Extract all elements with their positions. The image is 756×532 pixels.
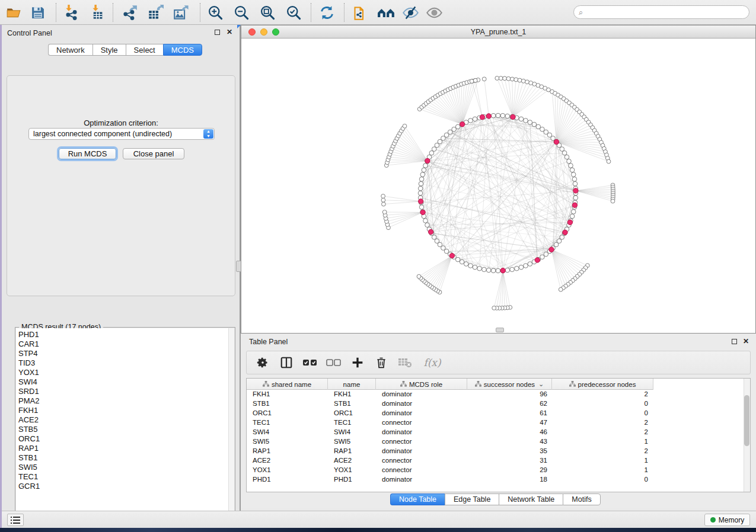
network-node[interactable] [419, 181, 423, 186]
network-node[interactable] [514, 78, 518, 82]
tab-network-table[interactable]: Network Table [499, 493, 563, 505]
float-panel-icon[interactable] [215, 30, 220, 35]
network-node[interactable] [540, 255, 545, 259]
mcds-network-node[interactable] [573, 188, 578, 193]
network-node[interactable] [515, 266, 519, 271]
network-node[interactable] [423, 164, 428, 168]
network-node[interactable] [422, 168, 426, 172]
deselect-all-checkboxes-icon[interactable] [326, 355, 342, 370]
table-row[interactable]: ACE2ACE2connector311 [247, 456, 750, 466]
network-canvas[interactable] [241, 39, 755, 333]
network-node[interactable] [500, 113, 505, 118]
network-node[interactable] [473, 117, 477, 121]
tab-style[interactable]: Style [92, 44, 126, 56]
network-node[interactable] [524, 264, 528, 268]
network-node[interactable] [492, 306, 496, 310]
table-row[interactable]: PHD1PHD1dominator180 [247, 475, 750, 485]
mcds-network-node[interactable] [554, 139, 559, 144]
hide-selected-eye-icon[interactable] [401, 4, 419, 21]
network-node[interactable] [419, 205, 424, 210]
mcds-network-node[interactable] [420, 210, 425, 214]
column-header-successor-nodes[interactable]: successor nodes⌄ [467, 379, 552, 390]
show-all-eye-icon[interactable] [425, 4, 443, 21]
mcds-network-node[interactable] [535, 258, 540, 262]
mcds-network-node[interactable] [428, 229, 433, 234]
import-table-icon[interactable] [88, 4, 106, 21]
network-node[interactable] [435, 239, 439, 243]
mcds-result-item[interactable]: PHD1 [18, 330, 228, 339]
mcds-result-item[interactable]: SWI5 [18, 463, 228, 472]
save-session-icon[interactable] [28, 4, 46, 21]
mcds-network-node[interactable] [460, 122, 465, 127]
network-node[interactable] [570, 214, 575, 219]
tab-edge-table[interactable]: Edge Table [445, 493, 499, 505]
table-row[interactable]: TEC1TEC1connector472 [247, 418, 750, 428]
network-node[interactable] [528, 262, 532, 267]
tab-node-table[interactable]: Node Table [390, 493, 445, 505]
network-node[interactable] [432, 147, 436, 152]
network-node[interactable] [455, 124, 460, 129]
zoom-fit-icon[interactable] [259, 4, 276, 21]
network-node[interactable] [496, 268, 500, 273]
network-node[interactable] [528, 120, 532, 125]
network-node[interactable] [423, 219, 428, 223]
network-node[interactable] [455, 257, 460, 262]
tab-motifs[interactable]: Motifs [563, 493, 600, 505]
zoom-selected-icon[interactable] [285, 4, 302, 21]
network-node[interactable] [560, 147, 564, 152]
network-node[interactable] [482, 267, 487, 272]
export-table-icon[interactable] [146, 4, 164, 21]
network-node[interactable] [572, 177, 577, 182]
network-node[interactable] [573, 196, 578, 200]
network-node[interactable] [482, 77, 486, 81]
table-options-gear-icon[interactable] [255, 355, 270, 370]
mcds-result-item[interactable]: TEC1 [18, 472, 228, 482]
network-node[interactable] [571, 172, 576, 177]
network-node[interactable] [486, 268, 491, 273]
column-header-name[interactable]: name [328, 379, 376, 390]
network-node[interactable] [503, 76, 507, 81]
column-header-shared-name[interactable]: shared name [247, 379, 328, 390]
horizontal-splitter-handle[interactable] [496, 328, 504, 332]
table-scrollbar-thumb[interactable] [744, 395, 749, 446]
network-node[interactable] [382, 210, 387, 214]
network-node[interactable] [417, 274, 421, 278]
network-node[interactable] [564, 155, 569, 159]
mcds-result-item[interactable]: GCR1 [18, 482, 228, 491]
table-row[interactable]: FKH1FKH1dominator962 [247, 390, 750, 399]
network-node[interactable] [519, 117, 524, 121]
network-node[interactable] [473, 265, 477, 270]
mcds-result-item[interactable]: TID3 [18, 358, 228, 368]
zoom-out-icon[interactable] [232, 4, 250, 21]
column-header-MCDS-role[interactable]: MCDS role [376, 379, 467, 390]
select-all-checkboxes-icon[interactable] [302, 355, 318, 370]
mcds-network-node[interactable] [480, 115, 484, 120]
mcds-result-item[interactable]: ACE2 [18, 415, 228, 425]
mcds-result-item[interactable]: YOX1 [18, 368, 228, 377]
mcds-result-item[interactable]: RAP1 [18, 444, 228, 453]
tab-mcds[interactable]: MCDS [163, 44, 202, 56]
close-panel-icon[interactable]: ✕ [227, 28, 232, 36]
network-node[interactable] [473, 78, 477, 82]
network-node[interactable] [573, 181, 578, 186]
mcds-network-node[interactable] [486, 114, 491, 118]
mcds-result-item[interactable]: SWI4 [18, 377, 228, 387]
mcds-result-item[interactable]: PMA2 [18, 396, 228, 406]
network-node[interactable] [562, 150, 567, 155]
network-node[interactable] [611, 199, 615, 203]
refresh-icon[interactable] [318, 4, 336, 21]
network-node[interactable] [536, 124, 541, 129]
delete-column-trash-icon[interactable] [374, 355, 389, 370]
first-neighbors-icon[interactable] [377, 4, 395, 21]
open-file-icon[interactable] [5, 4, 23, 21]
mcds-result-list[interactable]: PHD1CAR1STP4TID3YOX1SWI4SRD1PMA2FKH1ACE2… [16, 328, 228, 532]
delete-table-disabled-icon[interactable] [397, 355, 413, 370]
network-node[interactable] [519, 265, 524, 270]
mcds-result-item[interactable]: ORC1 [18, 434, 228, 444]
import-network-icon[interactable] [62, 4, 80, 21]
network-node[interactable] [540, 127, 545, 132]
network-node[interactable] [460, 259, 464, 264]
network-node[interactable] [560, 235, 564, 240]
tab-network[interactable]: Network [48, 44, 92, 56]
mcds-result-item[interactable]: CAR1 [18, 339, 228, 349]
